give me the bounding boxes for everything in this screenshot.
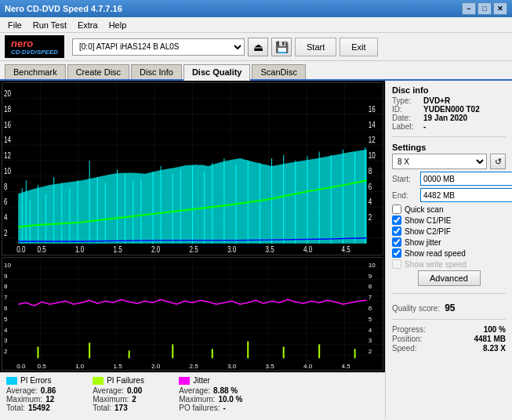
position-row: Position: 4481 MB bbox=[392, 335, 506, 343]
tab-disc-quality[interactable]: Disc Quality bbox=[183, 64, 251, 81]
show-c2-pif-checkbox[interactable] bbox=[392, 226, 401, 236]
svg-text:2: 2 bbox=[369, 212, 372, 223]
menu-extra[interactable]: Extra bbox=[73, 20, 103, 31]
minimize-button[interactable]: − bbox=[462, 2, 476, 15]
show-jitter-label[interactable]: Show jitter bbox=[405, 238, 441, 247]
menu-help[interactable]: Help bbox=[104, 20, 132, 31]
jitter-po-val: - bbox=[223, 404, 255, 412]
eject-icon[interactable]: ⏏ bbox=[248, 38, 268, 56]
svg-text:16: 16 bbox=[369, 103, 376, 114]
svg-text:12: 12 bbox=[369, 135, 376, 145]
start-mb-row: Start: MB bbox=[392, 172, 506, 186]
pi-failures-max-label: Maximum: bbox=[93, 395, 129, 404]
svg-text:20: 20 bbox=[4, 89, 11, 99]
chart-area: 20 18 16 14 12 10 8 6 4 2 16 14 12 10 8 bbox=[0, 81, 385, 372]
show-c1-pie-row: Show C1/PIE bbox=[392, 215, 506, 225]
disc-label-row: Label: - bbox=[392, 122, 506, 131]
svg-text:0.5: 0.5 bbox=[37, 363, 46, 370]
pi-errors-legend: PI Errors bbox=[6, 376, 77, 385]
pi-errors-label: PI Errors bbox=[20, 376, 51, 385]
position-val: 4481 MB bbox=[474, 335, 506, 343]
exit-button[interactable]: Exit bbox=[340, 38, 377, 56]
start-label: Start: bbox=[392, 175, 417, 183]
show-read-speed-label[interactable]: Show read speed bbox=[405, 249, 466, 258]
svg-text:7: 7 bbox=[4, 294, 8, 301]
svg-text:2.0: 2.0 bbox=[151, 363, 161, 370]
disc-label-val: - bbox=[423, 122, 426, 131]
show-write-speed-row: Show write speed bbox=[392, 259, 506, 269]
svg-text:4: 4 bbox=[369, 197, 372, 207]
menu-file[interactable]: File bbox=[3, 20, 27, 31]
divider-2 bbox=[392, 293, 506, 294]
svg-text:2: 2 bbox=[369, 348, 372, 355]
pi-errors-total-label: Total: bbox=[6, 404, 25, 412]
end-input[interactable] bbox=[420, 188, 512, 202]
speed-row: 8 X ↺ bbox=[392, 154, 506, 169]
pi-errors-avg-val: 0.86 bbox=[41, 386, 72, 395]
svg-text:3: 3 bbox=[4, 338, 8, 345]
quick-scan-checkbox[interactable] bbox=[392, 205, 401, 214]
disc-type-row: Type: DVD+R bbox=[392, 96, 506, 105]
svg-text:1.0: 1.0 bbox=[75, 363, 85, 370]
pi-failures-total-val: 173 bbox=[114, 404, 146, 412]
tab-disc-info[interactable]: Disc Info bbox=[131, 64, 182, 79]
right-panel: Disc info Type: DVD+R ID: YUDEN000 T02 D… bbox=[385, 81, 512, 419]
tab-benchmark[interactable]: Benchmark bbox=[5, 64, 66, 79]
divider-1 bbox=[392, 136, 506, 137]
svg-text:2.5: 2.5 bbox=[189, 363, 198, 370]
save-icon[interactable]: 💾 bbox=[271, 38, 292, 56]
jitter-max-val: 10.0 % bbox=[218, 395, 249, 404]
quality-score-row: Quality score: 95 bbox=[392, 302, 506, 313]
start-button[interactable]: Start bbox=[295, 38, 336, 56]
svg-text:9: 9 bbox=[369, 273, 372, 280]
pi-errors-max-row: Maximum: 12 bbox=[6, 395, 77, 404]
drive-select[interactable]: [0:0] ATAPI iHAS124 B AL0S bbox=[72, 38, 245, 56]
show-c1-pie-checkbox[interactable] bbox=[392, 215, 401, 225]
start-input[interactable] bbox=[420, 172, 512, 186]
svg-text:8: 8 bbox=[4, 181, 8, 191]
svg-text:5: 5 bbox=[369, 316, 372, 323]
advanced-button[interactable]: Advanced bbox=[418, 270, 481, 286]
show-read-speed-checkbox[interactable] bbox=[392, 248, 401, 258]
svg-text:5: 5 bbox=[4, 316, 8, 323]
jitter-po-row: PO failures: - bbox=[179, 404, 254, 412]
speed-select[interactable]: 8 X bbox=[392, 154, 487, 169]
quick-scan-label[interactable]: Quick scan bbox=[405, 205, 443, 214]
svg-text:12: 12 bbox=[4, 150, 11, 161]
show-c2-pif-label[interactable]: Show C2/PIF bbox=[405, 227, 451, 236]
disc-date-row: Date: 19 Jan 2020 bbox=[392, 114, 506, 122]
progress-key: Progress: bbox=[392, 325, 426, 334]
pi-failures-legend: PI Failures bbox=[93, 376, 163, 385]
jitter-avg-label: Average: bbox=[179, 386, 210, 395]
quality-score-value: 95 bbox=[445, 302, 455, 313]
svg-text:4.5: 4.5 bbox=[341, 244, 350, 255]
menu-run-test[interactable]: Run Test bbox=[28, 20, 71, 31]
refresh-button[interactable]: ↺ bbox=[490, 154, 506, 169]
quick-scan-row: Quick scan bbox=[392, 205, 506, 214]
maximize-button[interactable]: □ bbox=[478, 2, 492, 15]
close-button[interactable]: ✕ bbox=[493, 2, 507, 15]
tab-scandisc[interactable]: ScanDisc bbox=[252, 64, 305, 79]
svg-text:1.5: 1.5 bbox=[113, 363, 122, 370]
speed-val: 8.23 X bbox=[483, 344, 506, 353]
pi-failures-label: PI Failures bbox=[107, 376, 144, 385]
jitter-color bbox=[179, 377, 190, 385]
svg-text:14: 14 bbox=[4, 135, 11, 145]
svg-text:4.5: 4.5 bbox=[341, 363, 350, 370]
disc-info-title: Disc info bbox=[392, 85, 506, 95]
pi-failures-color bbox=[93, 377, 103, 385]
pi-errors-max-label: Maximum: bbox=[6, 395, 42, 404]
disc-label-key: Label: bbox=[392, 122, 420, 131]
bottom-chart-svg: 10 9 8 7 6 5 4 3 2 10 9 8 7 6 5 4 bbox=[2, 258, 383, 370]
show-jitter-checkbox[interactable] bbox=[392, 237, 401, 247]
svg-text:4.0: 4.0 bbox=[303, 363, 313, 370]
show-c1-pie-label[interactable]: Show C1/PIE bbox=[405, 216, 451, 225]
divider-3 bbox=[392, 319, 506, 320]
svg-text:0.0: 0.0 bbox=[16, 244, 26, 255]
pi-failures-max-row: Maximum: 2 bbox=[93, 395, 163, 404]
title-bar-controls: − □ ✕ bbox=[462, 2, 507, 15]
tab-create-disc[interactable]: Create Disc bbox=[67, 64, 129, 79]
show-write-speed-checkbox[interactable] bbox=[392, 259, 401, 269]
svg-text:0.5: 0.5 bbox=[37, 244, 46, 255]
pi-failures-avg-label: Average: bbox=[93, 386, 124, 395]
